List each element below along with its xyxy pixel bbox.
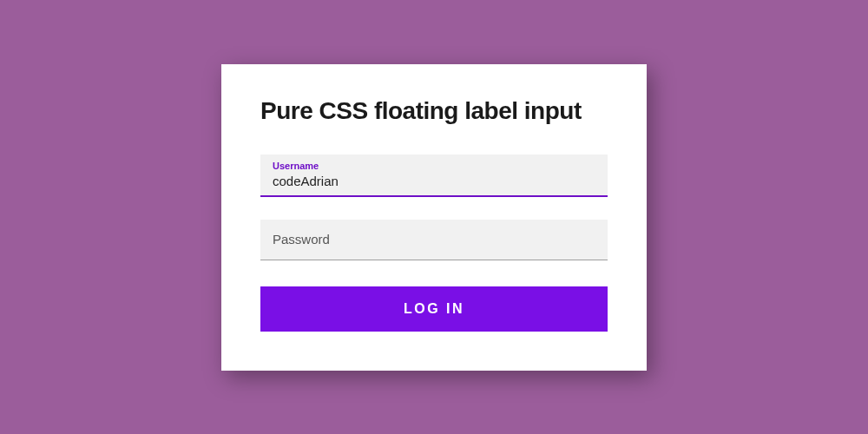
login-button[interactable]: LOG IN: [260, 286, 608, 332]
username-field[interactable]: Username: [260, 155, 608, 197]
username-label: Username: [273, 161, 319, 171]
password-label: Password: [273, 232, 330, 247]
form-title: Pure CSS floating label input: [260, 97, 608, 125]
login-card: Pure CSS floating label input Username P…: [221, 64, 647, 371]
password-field[interactable]: Password: [260, 220, 608, 260]
